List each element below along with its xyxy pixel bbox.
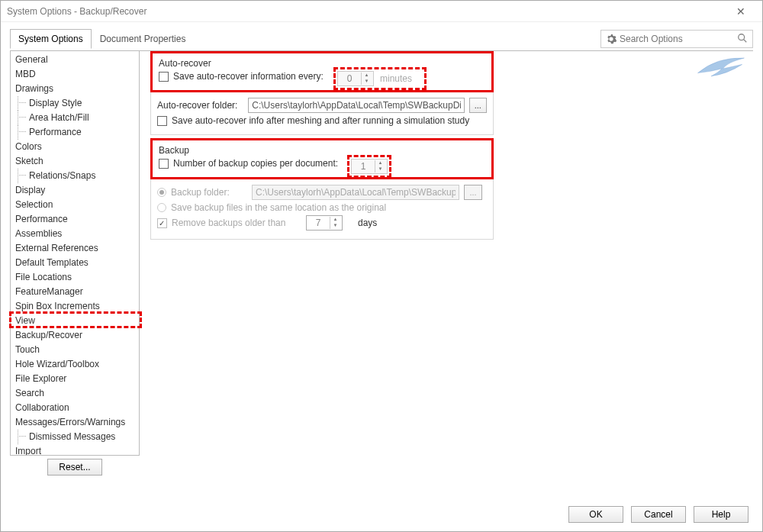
sidebar-item-import[interactable]: Import (11, 444, 139, 456)
sidebar-item-display-style[interactable]: Display Style (11, 96, 139, 111)
search-icon[interactable] (737, 33, 748, 46)
sidebar-item-drawings[interactable]: Drawings (11, 82, 139, 96)
backup-group-highlighted: Backup Number of backup copies per docum… (150, 138, 494, 179)
auto-recover-interval-value[interactable] (338, 73, 361, 84)
titlebar: System Options - Backup/Recover ✕ (1, 1, 762, 22)
save-auto-recover-checkbox[interactable] (159, 72, 169, 82)
backup-folder-label: Backup folder: (171, 187, 247, 198)
backup-same-location-radio[interactable] (157, 203, 166, 212)
auto-recover-browse-button[interactable]: ... (469, 98, 487, 113)
sidebar-item-file-locations[interactable]: File Locations (11, 270, 139, 285)
auto-recover-interval-spinner[interactable]: ▲▼ (337, 71, 374, 86)
backup-copies-value[interactable] (352, 161, 375, 172)
sidebar-item-colors[interactable]: Colors (11, 140, 139, 154)
sidebar-item-hole-wizard-toolbox[interactable]: Hole Wizard/Toolbox (11, 357, 139, 372)
auto-recover-unit: minutes (380, 73, 423, 84)
system-options-window: System Options - Backup/Recover ✕ System… (0, 0, 763, 532)
sidebar-item-general[interactable]: General (11, 53, 139, 67)
main-panel: GeneralMBDDrawingsDisplay StyleArea Hatc… (10, 50, 753, 498)
sidebar-item-external-references[interactable]: External References (11, 241, 139, 256)
auto-recover-group-body: Auto-recover folder: ... Save auto-recov… (150, 92, 494, 135)
remove-backups-checkbox[interactable] (157, 218, 167, 228)
search-options-box[interactable] (600, 30, 753, 48)
svg-line-1 (744, 39, 747, 42)
settings-panel: Auto-recover Save auto-recover informati… (140, 51, 753, 498)
cancel-button[interactable]: Cancel (631, 506, 686, 523)
window-title: System Options - Backup/Recover (7, 6, 726, 17)
auto-recover-interval-highlight: ▲▼ minutes (333, 67, 427, 90)
sidebar-item-assemblies[interactable]: Assemblies (11, 227, 139, 241)
sidebar-item-backup-recover[interactable]: Backup/Recover (11, 328, 139, 343)
svg-point-0 (739, 34, 745, 40)
backup-copies-label: Number of backup copies per document: (173, 158, 338, 169)
backup-group-body: Backup folder: ... Save backup files in … (150, 179, 494, 240)
app-logo-icon (695, 53, 749, 85)
sidebar-item-search[interactable]: Search (11, 386, 139, 401)
tab-document-properties[interactable]: Document Properties (92, 29, 195, 49)
help-button[interactable]: Help (694, 506, 749, 523)
auto-recover-folder-label: Auto-recover folder: (157, 100, 243, 111)
ok-button[interactable]: OK (568, 506, 623, 523)
sidebar-item-mbd[interactable]: MBD (11, 67, 139, 82)
auto-recover-header: Auto-recover (159, 56, 485, 69)
search-input[interactable] (620, 34, 737, 44)
remove-backups-days-spinner[interactable]: ▲▼ (306, 215, 343, 231)
sidebar-item-spin-box-increments[interactable]: Spin Box Increments (11, 299, 139, 314)
auto-recover-folder-input[interactable] (248, 98, 464, 113)
sidebar-item-performance[interactable]: Performance (11, 125, 139, 140)
backup-folder-radio[interactable] (157, 188, 166, 197)
dialog-button-bar: OK Cancel Help (1, 498, 762, 531)
backup-same-location-label: Save backup files in the same location a… (171, 202, 386, 213)
sidebar-item-touch[interactable]: Touch (11, 343, 139, 357)
tabs-row: System Options Document Properties (10, 28, 753, 50)
sidebar-item-relations-snaps[interactable]: Relations/Snaps (11, 169, 139, 183)
remove-backups-label: Remove backups older than (172, 218, 301, 228)
sidebar-item-selection[interactable]: Selection (11, 198, 139, 212)
backup-copies-highlight: ▲▼ (347, 155, 391, 178)
sidebar-item-view[interactable]: View (11, 314, 139, 328)
sidebar-item-dismissed-messages[interactable]: Dismissed Messages (11, 430, 139, 444)
gear-icon (606, 34, 617, 44)
auto-recover-mesh-checkbox[interactable] (157, 116, 167, 126)
content-area: System Options Document Properties Gener… (1, 22, 762, 498)
backup-header: Backup (159, 143, 485, 156)
close-icon[interactable]: ✕ (726, 5, 756, 18)
sidebar-item-sketch[interactable]: Sketch (11, 154, 139, 169)
save-auto-recover-label: Save auto-recover information every: (173, 71, 324, 82)
backup-browse-button[interactable]: ... (464, 185, 482, 200)
backup-copies-spinner[interactable]: ▲▼ (351, 159, 388, 174)
options-tree[interactable]: GeneralMBDDrawingsDisplay StyleArea Hatc… (10, 51, 140, 456)
sidebar-item-default-templates[interactable]: Default Templates (11, 256, 139, 270)
backup-copies-checkbox[interactable] (159, 159, 169, 169)
sidebar-item-file-explorer[interactable]: File Explorer (11, 372, 139, 386)
remove-backups-unit: days (358, 218, 377, 228)
backup-folder-input[interactable] (252, 185, 459, 200)
remove-backups-days-value[interactable] (307, 218, 330, 228)
sidebar-item-performance[interactable]: Performance (11, 212, 139, 227)
sidebar-item-display[interactable]: Display (11, 183, 139, 198)
auto-recover-mesh-label: Save auto-recover info after meshing and… (172, 115, 469, 126)
auto-recover-group-highlighted: Auto-recover Save auto-recover informati… (150, 51, 494, 92)
tab-system-options[interactable]: System Options (10, 29, 92, 49)
sidebar-item-featuremanager[interactable]: FeatureManager (11, 285, 139, 299)
sidebar-item-area-hatch-fill[interactable]: Area Hatch/Fill (11, 111, 139, 125)
sidebar-item-messages-errors-warnings[interactable]: Messages/Errors/Warnings (11, 415, 139, 430)
sidebar-item-collaboration[interactable]: Collaboration (11, 401, 139, 415)
reset-button[interactable]: Reset... (47, 459, 102, 476)
